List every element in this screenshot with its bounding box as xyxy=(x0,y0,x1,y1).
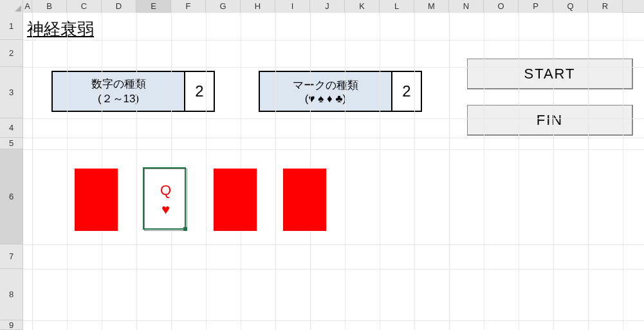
page-title: 神経衰弱 xyxy=(27,18,94,41)
fin-button[interactable]: FIN xyxy=(467,105,633,136)
row-header-5[interactable]: 5 xyxy=(0,138,23,149)
grid-area[interactable]: 神経衰弱 数字の種類 (２～13) 2 マークの種類 (♥ ♠ ♦ ♣) 2 S… xyxy=(23,13,644,330)
card-back[interactable] xyxy=(283,169,326,231)
row-header-8[interactable]: 8 xyxy=(0,269,23,320)
row-header-6[interactable]: 6 xyxy=(0,149,23,244)
col-header-N[interactable]: N xyxy=(449,0,484,13)
card-back[interactable] xyxy=(75,169,118,231)
col-header-D[interactable]: D xyxy=(102,0,136,13)
row-header-3[interactable]: 3 xyxy=(0,67,23,118)
number-types-line2: (２～13) xyxy=(98,91,139,106)
suit-types-box: マークの種類 (♥ ♠ ♦ ♣) 2 xyxy=(259,71,422,112)
col-header-B[interactable]: B xyxy=(32,0,67,13)
suit-types-line2: (♥ ♠ ♦ ♣) xyxy=(305,93,346,105)
start-button[interactable]: START xyxy=(467,59,633,89)
row-header-9[interactable]: 9 xyxy=(0,320,23,330)
col-header-Q[interactable]: Q xyxy=(553,0,588,13)
heart-icon: ♥ xyxy=(161,201,170,218)
number-types-label: 数字の種類 (２～13) xyxy=(53,72,185,111)
col-header-E[interactable]: E xyxy=(136,0,171,13)
suit-types-line1: マークの種類 xyxy=(293,78,358,93)
col-header-F[interactable]: F xyxy=(171,0,206,13)
col-header-P[interactable]: P xyxy=(519,0,553,13)
column-headers: ABCDEFGHIJKLMNOPQR xyxy=(0,0,644,13)
col-header-O[interactable]: O xyxy=(484,0,519,13)
select-all-corner[interactable] xyxy=(0,0,23,13)
col-header-C[interactable]: C xyxy=(67,0,102,13)
col-header-K[interactable]: K xyxy=(345,0,380,13)
suit-types-label: マークの種類 (♥ ♠ ♦ ♣) xyxy=(260,72,392,111)
col-header-M[interactable]: M xyxy=(414,0,449,13)
col-header-H[interactable]: H xyxy=(241,0,275,13)
row-header-2[interactable]: 2 xyxy=(0,40,23,67)
col-header-I[interactable]: I xyxy=(275,0,310,13)
col-header-G[interactable]: G xyxy=(206,0,241,13)
col-header-J[interactable]: J xyxy=(310,0,345,13)
col-header-L[interactable]: L xyxy=(380,0,414,13)
card-rank: Q xyxy=(160,182,171,199)
number-types-value[interactable]: 2 xyxy=(185,72,214,111)
card-face[interactable]: Q♥ xyxy=(144,169,187,231)
row-header-7[interactable]: 7 xyxy=(0,244,23,269)
card-back[interactable] xyxy=(214,169,257,231)
row-header-1[interactable]: 1 xyxy=(0,13,23,40)
suit-types-value[interactable]: 2 xyxy=(392,72,421,111)
row-header-4[interactable]: 4 xyxy=(0,118,23,138)
col-header-R[interactable]: R xyxy=(588,0,623,13)
number-types-line1: 数字の種類 xyxy=(91,77,146,91)
col-header-A[interactable]: A xyxy=(23,0,32,13)
row-headers: 123456789 xyxy=(0,13,23,330)
number-types-box: 数字の種類 (２～13) 2 xyxy=(51,71,215,112)
